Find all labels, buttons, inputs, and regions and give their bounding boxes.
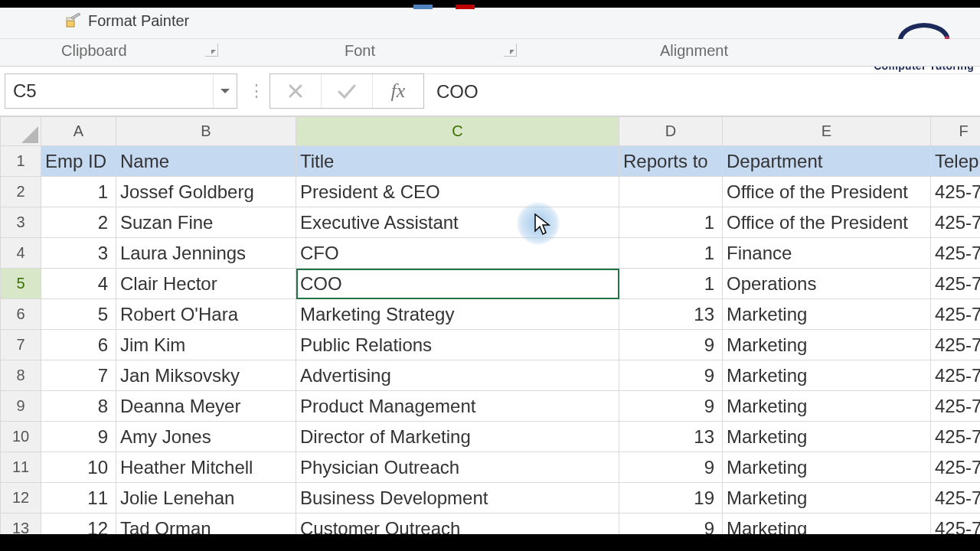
cell[interactable]: Laura Jennings — [116, 238, 296, 269]
cell[interactable]: CFO — [296, 238, 619, 269]
row-header[interactable]: 5 — [1, 269, 41, 299]
column-header[interactable]: F — [931, 117, 981, 146]
cell[interactable]: 19 — [619, 483, 723, 514]
column-header[interactable]: B — [116, 117, 296, 146]
cell[interactable]: 425-70 — [931, 330, 981, 360]
row-header[interactable]: 2 — [1, 177, 41, 207]
cell[interactable]: Jolie Lenehan — [116, 483, 296, 514]
cell[interactable]: Business Development — [296, 483, 619, 514]
column-header[interactable]: A — [41, 117, 116, 146]
cell[interactable]: 425-70 — [931, 269, 981, 299]
cell[interactable]: Jim Kim — [116, 330, 296, 360]
cell[interactable]: Marketing — [723, 360, 931, 391]
cell[interactable]: Title — [296, 146, 619, 177]
cell[interactable]: 13 — [619, 422, 723, 452]
cell[interactable]: Emp ID — [41, 146, 116, 177]
cell[interactable]: Amy Jones — [116, 422, 296, 452]
cell[interactable]: 9 — [619, 330, 723, 360]
cell[interactable]: Operations — [723, 269, 931, 299]
cell[interactable]: 2 — [41, 207, 116, 238]
cell[interactable]: Jan Miksovsky — [116, 360, 296, 391]
cell[interactable]: 425-70 — [931, 207, 981, 238]
cell[interactable] — [619, 177, 723, 207]
chevron-down-icon[interactable] — [213, 74, 237, 108]
cell[interactable]: COO — [296, 269, 619, 299]
column-header[interactable]: D — [619, 117, 723, 146]
cell[interactable]: Clair Hector — [116, 269, 296, 299]
cell[interactable]: Marketing — [723, 391, 931, 422]
select-all-corner[interactable] — [1, 117, 41, 146]
cell[interactable]: 4 — [41, 269, 116, 299]
cell[interactable]: Public Relations — [296, 330, 619, 360]
row-header[interactable]: 6 — [1, 299, 41, 330]
cell[interactable]: Teleph — [931, 146, 981, 177]
row-header[interactable]: 10 — [1, 422, 41, 452]
cell[interactable]: Reports to — [619, 146, 723, 177]
cell[interactable]: Marketing — [723, 422, 931, 452]
cell[interactable]: Name — [116, 146, 296, 177]
cell[interactable]: President & CEO — [296, 177, 619, 207]
cell[interactable]: Deanna Meyer — [116, 391, 296, 422]
cell[interactable]: Suzan Fine — [116, 207, 296, 238]
cell[interactable]: Jossef Goldberg — [116, 177, 296, 207]
row-header[interactable]: 9 — [1, 391, 41, 422]
cell[interactable]: 7 — [41, 360, 116, 391]
column-header[interactable]: C — [296, 117, 619, 146]
cell[interactable]: Marketing Strategy — [296, 299, 619, 330]
row-header[interactable]: 1 — [1, 146, 41, 177]
cell[interactable]: 9 — [619, 360, 723, 391]
cell[interactable]: Heather Mitchell — [116, 452, 296, 483]
cell[interactable]: 425-70 — [931, 483, 981, 514]
row-header[interactable]: 11 — [1, 452, 41, 483]
row-header[interactable]: 4 — [1, 238, 41, 269]
cell[interactable]: 425-70 — [931, 360, 981, 391]
name-box[interactable]: C5 — [5, 73, 237, 109]
cell[interactable]: Office of the President — [723, 177, 931, 207]
cell[interactable]: Product Management — [296, 391, 619, 422]
cell[interactable]: Marketing — [723, 330, 931, 360]
cell[interactable]: 425-70 — [931, 422, 981, 452]
cell[interactable]: Marketing — [723, 299, 931, 330]
cell[interactable]: Advertising — [296, 360, 619, 391]
cell[interactable]: 1 — [619, 207, 723, 238]
cell[interactable]: 11 — [41, 483, 116, 514]
cell[interactable]: Physician Outreach — [296, 452, 619, 483]
format-painter-button[interactable]: Format Painter — [65, 12, 189, 30]
cell[interactable]: 425-70 — [931, 391, 981, 422]
cancel-formula-button[interactable] — [270, 74, 322, 108]
cell[interactable]: Robert O'Hara — [116, 299, 296, 330]
dialog-launcher-icon[interactable] — [205, 44, 218, 57]
spreadsheet-grid[interactable]: ABCDEF1Emp IDNameTitleReports toDepartme… — [0, 116, 980, 544]
cell[interactable]: 1 — [619, 269, 723, 299]
cell[interactable]: 10 — [41, 452, 116, 483]
insert-function-button[interactable]: fx — [373, 74, 423, 108]
cell[interactable]: 9 — [619, 452, 723, 483]
row-header[interactable]: 7 — [1, 330, 41, 360]
cell[interactable]: Department — [723, 146, 931, 177]
cell[interactable]: 425-70 — [931, 177, 981, 207]
cell[interactable]: Finance — [723, 238, 931, 269]
cell[interactable]: 1 — [41, 177, 116, 207]
cell[interactable]: 9 — [41, 422, 116, 452]
cell[interactable]: 8 — [41, 391, 116, 422]
cell[interactable]: 5 — [41, 299, 116, 330]
dialog-launcher-icon[interactable] — [504, 44, 517, 57]
cell[interactable]: Executive Assistant — [296, 207, 619, 238]
cell[interactable]: 425-70 — [931, 452, 981, 483]
fill-color-swatch[interactable] — [413, 5, 433, 9]
row-header[interactable]: 8 — [1, 360, 41, 391]
row-header[interactable]: 3 — [1, 207, 41, 238]
font-color-swatch[interactable] — [456, 5, 475, 9]
cell[interactable]: Director of Marketing — [296, 422, 619, 452]
cell[interactable]: 425-70 — [931, 238, 981, 269]
cell[interactable]: 425-70 — [931, 299, 981, 330]
cell[interactable]: 9 — [619, 391, 723, 422]
row-header[interactable]: 12 — [1, 483, 41, 514]
cell[interactable]: 1 — [619, 238, 723, 269]
formula-input[interactable] — [424, 73, 980, 109]
enter-formula-button[interactable] — [322, 74, 373, 108]
cell[interactable]: Marketing — [723, 452, 931, 483]
cell[interactable]: 13 — [619, 299, 723, 330]
cell[interactable]: Marketing — [723, 483, 931, 514]
column-header[interactable]: E — [723, 117, 931, 146]
